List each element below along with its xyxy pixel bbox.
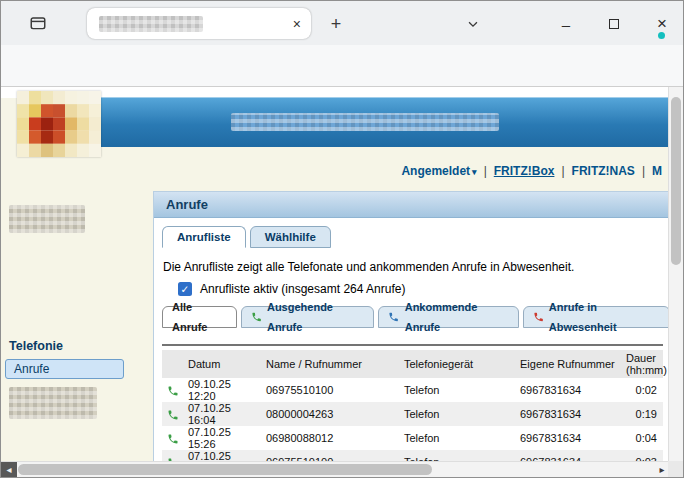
tab-waehlhilfe[interactable]: Wählhilfe xyxy=(250,226,331,248)
session-bar: Angemeldet▾ | FRITZ!Box | FRITZ!NAS | M xyxy=(401,164,662,178)
main-tabs: Anrufliste Wählhilfe xyxy=(162,226,331,248)
scroll-left-button[interactable]: ◂ xyxy=(1,462,17,477)
call-list-active-row: ✓ Anrufliste aktiv (insgesamt 264 Anrufe… xyxy=(178,282,405,296)
call-row[interactable]: 09.10.25 12:20 06975510100 Telefon 69678… xyxy=(162,378,663,402)
tab-anrufliste[interactable]: Anrufliste xyxy=(162,226,246,248)
minimize-button[interactable]: – xyxy=(551,11,581,37)
fritzbox-page: Angemeldet▾ | FRITZ!Box | FRITZ!NAS | M … xyxy=(1,87,670,463)
separator: | xyxy=(561,164,564,178)
sidebar: Telefonie Anrufe xyxy=(1,191,153,463)
separator: | xyxy=(484,164,487,178)
call-row[interactable]: 07.10.25 16:04 08000004263 Telefon 69678… xyxy=(162,402,663,426)
caret-down-icon: ▾ xyxy=(472,167,477,177)
redacted-tab-title xyxy=(99,16,203,32)
browser-navbar: ← → ↻ http:// 80% ☆ xyxy=(1,45,683,87)
col-call-type xyxy=(162,350,184,378)
vertical-scrollbar[interactable] xyxy=(668,87,683,463)
col-name: Name / Rufnummer xyxy=(262,350,400,378)
sidebar-section-telefonie: Telefonie xyxy=(9,339,63,353)
panel-title: Anrufe xyxy=(154,192,670,218)
link-myfritz-cut[interactable]: M xyxy=(652,164,662,178)
outgoing-call-icon xyxy=(167,409,179,421)
call-row[interactable]: 07.10.25 15:26 06980088012 Telefon 69678… xyxy=(162,426,663,450)
call-list-description: Die Anrufliste zeigt alle Telefonate und… xyxy=(163,260,574,274)
filter-tab-ausgehend[interactable]: Ausgehende Anrufe xyxy=(241,306,375,328)
horizontal-scrollbar-thumb[interactable] xyxy=(18,464,432,475)
incoming-call-icon xyxy=(388,311,399,323)
logged-in-menu[interactable]: Angemeldet▾ xyxy=(401,164,476,178)
filter-tab-abwesenheit[interactable]: Anrufe in Abwesenheit xyxy=(523,306,671,328)
main-panel: Anrufe Anrufliste Wählhilfe Die Anruflis… xyxy=(153,191,670,463)
link-fritzbox[interactable]: FRITZ!Box xyxy=(494,164,555,178)
checkbox-label: Anrufliste aktiv (insgesamt 264 Anrufe) xyxy=(200,282,405,296)
redacted-logo xyxy=(17,91,101,157)
calls-table-wrap: Datum Name / Rufnummer Telefoniegerät Ei… xyxy=(162,350,663,463)
col-eigene: Eigene Rufnummer xyxy=(516,350,622,378)
vertical-scrollbar-thumb[interactable] xyxy=(671,97,681,265)
list-tabs-chevron-icon[interactable] xyxy=(463,14,483,34)
tab-close-icon[interactable]: × xyxy=(293,16,301,32)
missed-call-icon xyxy=(533,311,544,323)
new-tab-button[interactable]: + xyxy=(323,11,349,37)
notification-dot xyxy=(658,32,665,39)
col-dauer: Dauer (hh:mm) xyxy=(622,350,663,378)
maximize-button[interactable] xyxy=(599,11,629,37)
redacted-banner-title xyxy=(231,113,499,131)
filter-tab-ankommend[interactable]: Ankommende Anrufe xyxy=(378,306,518,328)
filter-tabs: Alle Anrufe Ausgehende Anrufe Ankommende… xyxy=(162,306,670,328)
outgoing-call-icon xyxy=(251,311,262,323)
call-list-active-checkbox[interactable]: ✓ xyxy=(178,282,192,296)
redacted-sidebar-items xyxy=(9,387,97,419)
link-fritznas[interactable]: FRITZ!NAS xyxy=(572,164,635,178)
col-geraet: Telefoniegerät xyxy=(400,350,516,378)
scrollbar-corner xyxy=(668,461,683,477)
filter-tab-alle[interactable]: Alle Anrufe xyxy=(162,306,237,328)
table-header-row: Datum Name / Rufnummer Telefoniegerät Ei… xyxy=(162,350,663,378)
table-top-rule xyxy=(162,344,663,346)
outgoing-call-icon xyxy=(167,385,179,397)
col-datum: Datum xyxy=(184,350,262,378)
firefox-view-icon[interactable] xyxy=(27,12,49,34)
sidebar-item-anrufe[interactable]: Anrufe xyxy=(5,359,124,379)
outgoing-call-icon xyxy=(167,433,179,445)
separator: | xyxy=(642,164,645,178)
browser-window: × + – × ← → ↻ http:// 80% ☆ xyxy=(0,0,684,478)
horizontal-scrollbar[interactable]: ◂ ▸ xyxy=(1,461,670,477)
browser-tab-strip: × + – × xyxy=(1,1,683,45)
redacted-sidebar-item xyxy=(9,205,85,233)
calls-table: Datum Name / Rufnummer Telefoniegerät Ei… xyxy=(162,350,663,463)
browser-tab[interactable]: × xyxy=(87,8,311,39)
